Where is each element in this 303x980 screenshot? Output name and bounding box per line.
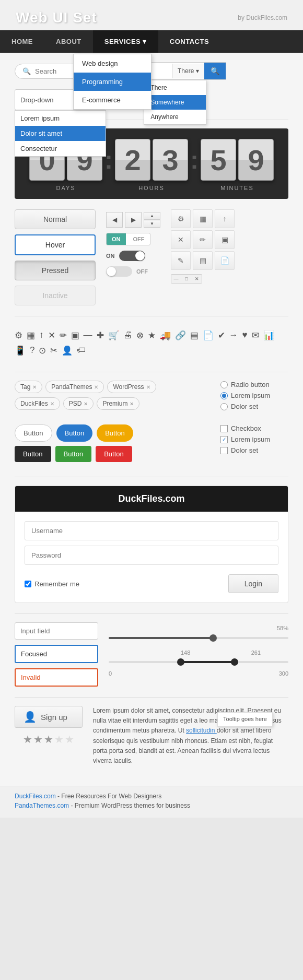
input-invalid[interactable] <box>15 668 98 687</box>
dropdown-trigger-label: Drop-down <box>20 96 54 104</box>
page-title: Web UI Set <box>16 9 97 26</box>
checkbox-dolor-box[interactable] <box>220 447 228 454</box>
login-button[interactable]: Login <box>228 574 278 593</box>
btn-normal[interactable]: Normal <box>15 209 96 229</box>
color-btns-row-1: Button Button Button <box>15 424 205 442</box>
icon-btn-pencil[interactable]: ✎ <box>171 251 191 270</box>
icon-btn-close[interactable]: ✕ <box>171 230 191 249</box>
icon-question: ? <box>30 345 34 356</box>
signup-left-col: 👤 Sign up ★ ★ ★ ★ ★ <box>15 706 83 746</box>
icon-btn-grid[interactable]: ▦ <box>193 209 213 228</box>
signup-button[interactable]: 👤 Sign up <box>15 706 83 728</box>
dual-slider-left-handle[interactable] <box>177 658 184 666</box>
star-4[interactable]: ★ <box>54 733 64 746</box>
countdown-minutes-digits: 5 9 <box>201 139 274 181</box>
slider-toggle-on-label: ON <box>106 253 115 259</box>
tag-psd-remove-icon[interactable]: ✕ <box>84 401 88 407</box>
dropdown-option-lorem[interactable]: Lorem ipsum <box>15 111 106 126</box>
footer-link-duckfiles[interactable]: DuckFiles.com <box>15 793 56 800</box>
icon-btn-layers[interactable]: ▤ <box>193 251 213 270</box>
search-button[interactable]: 🔍 <box>204 63 226 79</box>
nav-contacts[interactable]: CONTACTS <box>158 30 220 53</box>
radio-option-lorem[interactable]: Lorem ipsum <box>220 392 288 399</box>
icon-btn-gear[interactable]: ⚙ <box>171 209 191 228</box>
nav-about[interactable]: ABOUT <box>44 30 93 53</box>
btn-red[interactable]: Button <box>96 446 132 462</box>
username-field[interactable] <box>25 521 278 540</box>
minimize-button[interactable]: — <box>171 275 181 283</box>
star-3[interactable]: ★ <box>44 733 53 746</box>
tag-premium[interactable]: Premium ✕ <box>97 397 139 410</box>
arrow-right-button[interactable]: ▶ <box>125 212 142 228</box>
color-btns-row-2: Button Button Button <box>15 446 205 462</box>
nav-home[interactable]: HOME <box>0 30 44 53</box>
remember-me-checkbox[interactable] <box>25 581 31 587</box>
icon-mail: ✉ <box>252 330 259 341</box>
icon-x: ✕ <box>48 330 55 341</box>
tag-remove-icon[interactable]: ✕ <box>32 384 37 390</box>
arrow-down-button[interactable]: ▼ <box>144 220 160 228</box>
nav-dropdown-item-webdesign[interactable]: Web design <box>74 54 151 73</box>
star-1[interactable]: ★ <box>23 733 32 746</box>
search-option-anywhere[interactable]: Anywhere <box>144 110 206 124</box>
radio-circle-dolor[interactable] <box>220 403 228 410</box>
input-focused[interactable] <box>15 645 98 663</box>
icon-btn-upload[interactable]: ↑ <box>215 209 235 228</box>
signup-section: 👤 Sign up ★ ★ ★ ★ ★ Lorem ipsum dolor si… <box>15 706 288 766</box>
star-5[interactable]: ★ <box>65 733 74 746</box>
slider-toggle-off-track[interactable] <box>106 266 132 277</box>
dual-slider-right-handle[interactable] <box>231 658 238 666</box>
tag-wordpress[interactable]: WordPress ✕ <box>107 381 156 393</box>
tag-psd[interactable]: PSD ✕ <box>63 397 94 410</box>
slider-toggle-on-track[interactable] <box>119 251 145 261</box>
search-option-there[interactable]: There <box>144 80 206 95</box>
divider-5 <box>15 613 288 614</box>
star-2[interactable]: ★ <box>33 733 43 746</box>
checkbox-lorem[interactable]: ✓ Lorem ipsum <box>220 435 288 443</box>
tag-label: Tag <box>20 383 30 391</box>
tag-duckfiles[interactable]: DuckFiles ✕ <box>15 397 60 410</box>
nav-dropdown-item-ecommerce[interactable]: E-commerce <box>74 91 151 109</box>
nav-services[interactable]: SERVICES ▾ <box>93 30 158 53</box>
tag-wordpress-remove-icon[interactable]: ✕ <box>146 384 150 390</box>
arrow-up-button[interactable]: ▲ <box>144 212 160 220</box>
search-dropdown-trigger[interactable]: There ▾ <box>172 64 204 78</box>
icon-link: 🔗 <box>175 330 186 341</box>
btn-yellow[interactable]: Button <box>97 424 133 442</box>
close-window-button[interactable]: ✕ <box>192 275 202 283</box>
nav-dropdown-item-programming[interactable]: Programming <box>74 73 151 91</box>
btn-hover[interactable]: Hover <box>15 234 96 255</box>
tag-tag[interactable]: Tag ✕ <box>15 381 42 393</box>
btn-blue[interactable]: Button <box>56 424 93 442</box>
btn-green[interactable]: Button <box>55 446 92 462</box>
checkbox-dolor[interactable]: Dolor set <box>220 446 288 454</box>
tag-pandathemes[interactable]: PandaThemes ✕ <box>45 381 104 393</box>
radio-dolor-label: Dolor set <box>231 403 258 410</box>
radio-circle-lorem[interactable] <box>220 392 228 399</box>
icon-btn-file[interactable]: 📄 <box>215 251 235 270</box>
btn-outline[interactable]: Button <box>15 424 52 442</box>
dropdown-option-dolor[interactable]: Dolor sit amet <box>15 126 106 141</box>
checkbox-header-box <box>220 425 228 432</box>
btn-pressed[interactable]: Pressed <box>15 261 96 280</box>
icon-btn-edit[interactable]: ✏ <box>193 230 213 249</box>
tag-premium-remove-icon[interactable]: ✕ <box>130 401 134 407</box>
radio-option-dolor[interactable]: Dolor set <box>220 403 288 410</box>
search-option-somewhere[interactable]: Somewhere <box>144 95 206 110</box>
restore-button[interactable]: □ <box>182 275 191 283</box>
btn-dark[interactable]: Button <box>15 446 51 462</box>
password-field[interactable] <box>25 546 278 565</box>
toggle-onoff-button[interactable]: ON OFF <box>106 233 150 245</box>
tag-duckfiles-remove-icon[interactable]: ✕ <box>50 401 54 407</box>
dropdown-option-consectetur[interactable]: Consectetur <box>15 141 106 156</box>
footer-link-pandathemes[interactable]: PandaThemes.com <box>15 802 69 809</box>
tooltip-trigger[interactable]: sollicitudin Tooltip goes here <box>186 727 217 734</box>
tag-pandathemes-remove-icon[interactable]: ✕ <box>94 384 98 390</box>
remember-me-label[interactable]: Remember me <box>25 580 79 588</box>
arrow-left-button[interactable]: ◀ <box>106 212 123 228</box>
checkbox-lorem-box[interactable]: ✓ <box>220 436 228 443</box>
single-slider-handle[interactable] <box>209 634 217 642</box>
icon-btn-copy[interactable]: ▣ <box>215 230 235 249</box>
input-normal[interactable] <box>15 622 98 640</box>
search-dropdown-label: There <box>178 67 194 75</box>
